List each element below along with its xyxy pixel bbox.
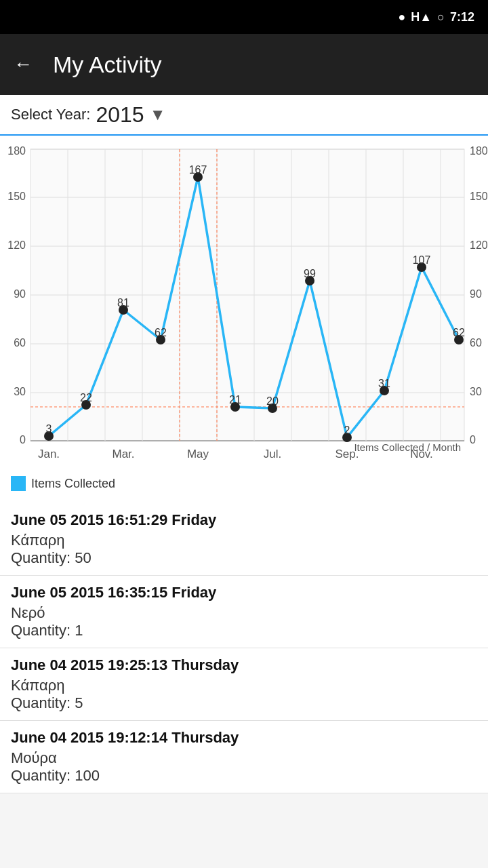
- svg-text:60: 60: [14, 337, 26, 349]
- activity-date: June 04 2015 19:25:13 Thursday: [11, 656, 477, 674]
- activity-date: June 05 2015 16:51:29 Friday: [11, 511, 477, 529]
- activity-quantity: Quantity: 100: [11, 767, 477, 785]
- svg-text:120: 120: [7, 239, 26, 251]
- svg-text:90: 90: [470, 288, 482, 300]
- svg-text:180: 180: [7, 145, 26, 157]
- svg-text:150: 150: [7, 191, 26, 202]
- svg-text:99: 99: [304, 268, 316, 279]
- signal-icon: H▲: [411, 10, 432, 24]
- chart-container: 0 30 60 90 120 150 180 0 30 60 90 120 15…: [0, 136, 488, 503]
- svg-text:30: 30: [470, 386, 482, 397]
- list-item: June 04 2015 19:25:13 Thursday Κάπαρη Qu…: [0, 648, 488, 721]
- status-bar: ● H▲ ○ 7:12: [0, 0, 488, 34]
- svg-text:3: 3: [46, 423, 52, 435]
- activity-quantity: Quantity: 5: [11, 694, 477, 712]
- svg-text:107: 107: [413, 254, 431, 266]
- back-button[interactable]: ←: [14, 54, 33, 75]
- svg-text:60: 60: [470, 337, 482, 349]
- svg-text:31: 31: [378, 378, 390, 389]
- status-icons: ● H▲ ○ 7:12: [398, 10, 474, 24]
- svg-text:0: 0: [20, 434, 26, 446]
- svg-text:30: 30: [14, 386, 26, 397]
- svg-text:81: 81: [117, 297, 129, 309]
- year-selector[interactable]: Select Year: 2015 ▼: [0, 95, 488, 136]
- activity-list: June 05 2015 16:51:29 Friday Κάπαρη Quan…: [0, 503, 488, 793]
- svg-text:Jul.: Jul.: [264, 448, 281, 460]
- header: ← My Activity: [0, 34, 488, 95]
- list-item: June 05 2015 16:35:15 Friday Νερό Quanti…: [0, 576, 488, 648]
- activity-name: Κάπαρη: [11, 532, 477, 549]
- activity-quantity: Quantity: 50: [11, 549, 477, 567]
- chart-legend: Items Collected: [0, 471, 488, 496]
- svg-text:2: 2: [344, 425, 350, 436]
- svg-text:0: 0: [470, 434, 476, 446]
- svg-text:62: 62: [155, 327, 167, 338]
- svg-text:21: 21: [229, 394, 241, 406]
- legend-label: Items Collected: [31, 477, 115, 491]
- activity-date: June 04 2015 19:12:14 Thursday: [11, 729, 477, 747]
- location-icon: ●: [398, 10, 405, 24]
- activity-date: June 05 2015 16:35:15 Friday: [11, 584, 477, 601]
- chevron-down-icon[interactable]: ▼: [150, 105, 166, 124]
- svg-text:Items Collected / Month: Items Collected / Month: [354, 441, 461, 453]
- svg-text:167: 167: [189, 164, 207, 176]
- activity-name: Κάπαρη: [11, 677, 477, 694]
- activity-name: Μούρα: [11, 749, 477, 767]
- year-value: 2015: [96, 102, 144, 127]
- activity-quantity: Quantity: 1: [11, 622, 477, 639]
- svg-text:22: 22: [80, 392, 92, 403]
- svg-text:Jan.: Jan.: [38, 448, 60, 460]
- svg-text:62: 62: [453, 327, 465, 338]
- year-select-label: Select Year:: [11, 106, 90, 123]
- svg-text:20: 20: [266, 395, 279, 407]
- svg-text:150: 150: [470, 191, 488, 202]
- svg-text:90: 90: [14, 288, 26, 300]
- list-item: June 05 2015 16:51:29 Friday Κάπαρη Quan…: [0, 503, 488, 576]
- battery-icon: ○: [437, 10, 445, 24]
- legend-color-box: [11, 476, 26, 491]
- svg-text:180: 180: [470, 145, 488, 157]
- svg-text:120: 120: [470, 239, 488, 251]
- svg-text:May: May: [187, 448, 209, 460]
- page-title: My Activity: [53, 52, 162, 78]
- list-item: June 04 2015 19:12:14 Thursday Μούρα Qua…: [0, 721, 488, 793]
- time-display: 7:12: [450, 10, 474, 24]
- activity-name: Νερό: [11, 604, 477, 622]
- svg-text:Mar.: Mar.: [112, 448, 134, 460]
- activity-chart: 0 30 60 90 120 150 180 0 30 60 90 120 15…: [0, 142, 488, 468]
